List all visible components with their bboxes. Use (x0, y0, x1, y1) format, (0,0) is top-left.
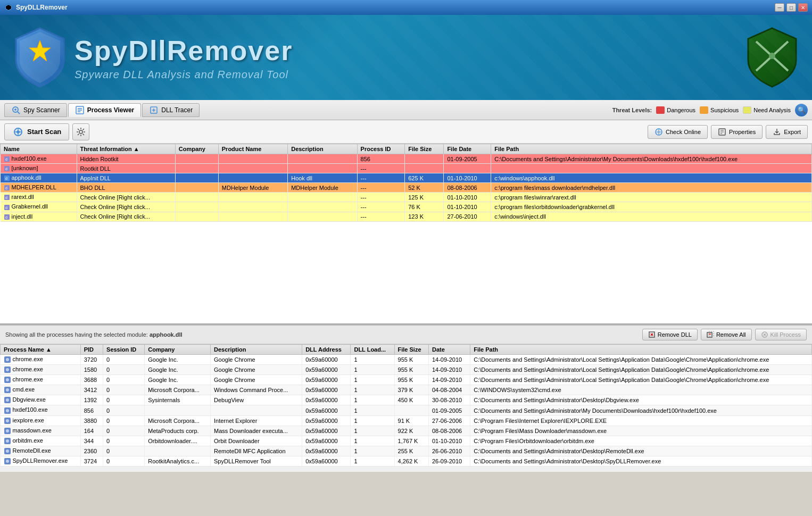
main-toolbar: Start Scan Check Online Prope (0, 120, 812, 144)
start-scan-button[interactable]: Start Scan (4, 123, 69, 140)
process-row[interactable]: massdown.exe 164 0 MetaProducts corp. Ma… (1, 426, 812, 436)
table-row[interactable]: d MDHELPER.DLL BHO DLL MDHelper Module M… (1, 183, 812, 193)
settings-button[interactable] (72, 123, 89, 140)
main-table-container[interactable]: Name Threat Information ▲ Company Produc… (0, 144, 812, 324)
pcell-date: 26-06-2010 (428, 446, 470, 456)
remove-all-button[interactable]: Remove All (701, 329, 752, 340)
process-table-container[interactable]: Process Name ▲ PID Session ID Company De… (0, 344, 812, 472)
pcell-size: 4,262 K (394, 456, 428, 466)
pcol-date[interactable]: Date (428, 345, 470, 355)
cell-path: c:\program files\mass downloader\mdhelpe… (491, 183, 812, 193)
col-date[interactable]: File Date (444, 144, 491, 154)
tab-spy-scanner[interactable]: Spy Scanner (4, 103, 67, 117)
pcol-name[interactable]: Process Name ▲ (1, 345, 81, 355)
process-row[interactable]: cmd.exe 3412 0 Microsoft Corpora... Wind… (1, 385, 812, 395)
process-row[interactable]: Dbgview.exe 1392 0 Sysinternals DebugVie… (1, 395, 812, 405)
process-row[interactable]: orbitdm.exe 344 0 Orbitdownloader.... Or… (1, 436, 812, 446)
pcell-session: 0 (103, 415, 145, 426)
process-row[interactable]: chrome.exe 3688 0 Google Inc. Google Chr… (1, 375, 812, 385)
cell-name: d [unknown] (1, 164, 77, 173)
svg-text:d: d (5, 215, 7, 219)
global-search-button[interactable]: 🔍 (795, 104, 808, 116)
cell-threat: Check Online [Right click... (77, 212, 175, 221)
svg-text:d: d (5, 186, 7, 190)
pcell-path: C:\Documents and Settings\Administrator\… (470, 446, 812, 456)
pcell-company: Google Inc. (145, 355, 211, 365)
properties-button[interactable]: Properties (711, 125, 763, 139)
col-name[interactable]: Name (1, 144, 77, 154)
pcell-name: chrome.exe (1, 365, 81, 375)
process-row[interactable]: chrome.exe 3720 0 Google Inc. Google Chr… (1, 355, 812, 365)
table-row[interactable]: d apphook.dll AppInit DLL Hook dll --- 6… (1, 173, 812, 183)
close-button[interactable]: ✕ (798, 3, 808, 12)
minimize-button[interactable]: ─ (775, 3, 784, 12)
remove-dll-button[interactable]: Remove DLL (642, 329, 698, 340)
check-online-label: Check Online (666, 129, 701, 135)
properties-label: Properties (729, 129, 756, 135)
col-company[interactable]: Company (175, 144, 218, 154)
maximize-button[interactable]: □ (786, 3, 796, 12)
col-product[interactable]: Product Name (218, 144, 287, 154)
settings-icon (76, 127, 86, 137)
pcell-dlladdr: 0x59a60000 (302, 395, 351, 405)
pcell-dlladdr: 0x59a60000 (302, 375, 351, 385)
svg-point-15 (16, 130, 20, 134)
svg-text:d: d (5, 177, 7, 180)
kill-process-button[interactable]: Kill Process (755, 329, 807, 340)
pcell-session: 0 (103, 446, 145, 456)
cell-path: C:\Documents and Settings\Administrator\… (491, 154, 812, 164)
process-row[interactable]: chrome.exe 1580 0 Google Inc. Google Chr… (1, 365, 812, 375)
pcell-name: chrome.exe (1, 355, 81, 365)
svg-point-59 (6, 419, 9, 422)
table-row[interactable]: d [unknown] Rootkit DLL --- (1, 164, 812, 173)
pcell-pid: 3412 (80, 385, 103, 395)
tab-dll-tracer[interactable]: DLL Tracer (142, 103, 200, 117)
pcell-dllload: 1 (351, 456, 394, 466)
export-label: Export (784, 129, 801, 135)
cell-path (491, 164, 812, 173)
export-button[interactable]: Export (766, 125, 808, 139)
pcol-desc[interactable]: Description (211, 345, 302, 355)
pcell-session: 0 (103, 436, 145, 446)
pcell-date: 14-09-2010 (428, 355, 470, 365)
pcol-session[interactable]: Session ID (103, 345, 145, 355)
pcell-dllload: 1 (351, 395, 394, 405)
pcell-size: 922 K (394, 426, 428, 436)
cell-path: c:\program files\orbitdownloader\grabker… (491, 202, 812, 212)
pcol-dlladdr[interactable]: DLL Address (302, 345, 351, 355)
table-row[interactable]: d Grabkernel.dll Check Online [Right cli… (1, 202, 812, 212)
header-text: SpyDllRemover Spyware DLL Analysis and R… (69, 35, 743, 81)
process-row[interactable]: hxdef100.exe 856 0 0x59a60000 1 01-09-20… (1, 405, 812, 415)
pcell-size: 1,767 K (394, 436, 428, 446)
table-row[interactable]: d hxdef100.exe Hidden Rootkit 856 01-09-… (1, 154, 812, 164)
pcol-pid[interactable]: PID (80, 345, 103, 355)
col-pid[interactable]: Process ID (357, 144, 405, 154)
pcol-company[interactable]: Company (145, 345, 211, 355)
col-description[interactable]: Description (288, 144, 357, 154)
pcell-dlladdr: 0x59a60000 (302, 405, 351, 415)
col-size[interactable]: File Size (405, 144, 444, 154)
process-row[interactable]: iexplore.exe 3880 0 Microsoft Corpora...… (1, 415, 812, 426)
pcell-name: cmd.exe (1, 385, 81, 395)
pcell-date: 14-09-2010 (428, 365, 470, 375)
tab-process-viewer[interactable]: Process Viewer (68, 103, 142, 117)
col-threat[interactable]: Threat Information ▲ (77, 144, 175, 154)
pcell-company: Google Inc. (145, 365, 211, 375)
table-row[interactable]: d inject.dll Check Online [Right click..… (1, 212, 812, 221)
table-row[interactable]: d rarext.dll Check Online [Right click..… (1, 193, 812, 202)
pcol-path[interactable]: File Path (470, 345, 812, 355)
pcol-size[interactable]: File Size (394, 345, 428, 355)
svg-point-5 (769, 53, 775, 59)
cell-desc: Hook dll (288, 173, 357, 183)
pcell-path: C:\Documents and Settings\Administrator\… (470, 355, 812, 365)
pcell-dllload: 1 (351, 355, 394, 365)
pcol-dllload[interactable]: DLL Load... (351, 345, 394, 355)
threat-levels: Threat Levels: Dangerous Suspicious Need… (612, 104, 808, 116)
toolbar-right: Check Online Properties Export (648, 125, 808, 139)
process-row[interactable]: RemoteDll.exe 2360 0 RemoteDll MFC Appli… (1, 446, 812, 456)
pcell-pid: 164 (80, 426, 103, 436)
col-path[interactable]: File Path (491, 144, 812, 154)
title-bar-controls[interactable]: ─ □ ✕ (775, 3, 808, 12)
process-row[interactable]: SpyDLLRemover.exe 3724 0 RootkitAnalytic… (1, 456, 812, 466)
check-online-button[interactable]: Check Online (648, 125, 708, 139)
